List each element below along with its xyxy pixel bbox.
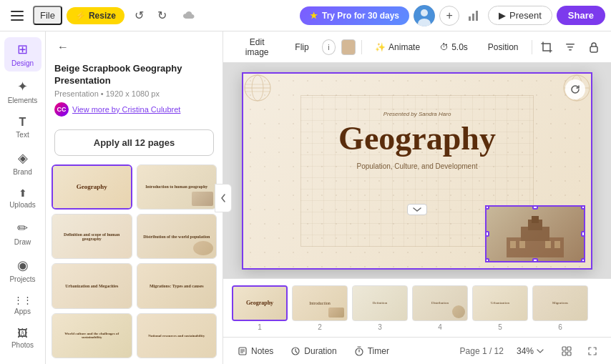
toolbar-divider-2 [532,40,532,54]
sidebar-item-draw[interactable]: ✏ Draw [4,216,41,250]
add-collaborator-button[interactable]: + [439,6,459,26]
fullscreen-button[interactable] [582,341,602,361]
selected-image-element[interactable] [485,205,585,262]
sidebar-item-text[interactable]: T Text [4,112,41,143]
try-pro-button[interactable]: ★ Try Pro for 30 days [300,6,409,25]
panel-back-button[interactable]: ← [54,39,72,56]
selection-handle-br[interactable] [581,258,585,262]
filmstrip-thumb-1[interactable]: Geography [232,285,288,321]
sidebar-item-projects[interactable]: ◉ Projects [4,253,41,287]
filmstrip: Geography 1 Introduction 2 Definition 3 [223,278,611,337]
brand-icon: ◈ [18,150,28,166]
status-bar: Notes Duration Timer Page 1 / 12 [223,337,611,364]
lock-button[interactable] [585,37,602,57]
redo-button[interactable]: ↻ [152,5,173,26]
panel-container: ← Beige Scrapbook Geography Presentation… [46,31,223,364]
filmstrip-item-2[interactable]: Introduction 2 [292,285,348,331]
svg-rect-23 [519,241,525,248]
filmstrip-thumb-4[interactable]: Distribution [412,285,468,321]
author-link[interactable]: View more by Cristina Culubret [72,105,180,114]
sidebar-item-design[interactable]: ⊞ Design [4,37,41,72]
panel-collapse-button[interactable] [407,204,427,215]
crop-button[interactable] [537,37,555,57]
sidebar-item-uploads[interactable]: ⬆ Uploads [4,183,41,213]
filmstrip-item-4[interactable]: Distribution 4 [412,285,468,331]
template-title: Beige Scrapbook Geography Presentation [54,63,214,87]
grid-view-button[interactable] [557,341,577,361]
filmstrip-thumb-6[interactable]: Migrations [532,285,588,321]
menu-button[interactable] [6,4,29,27]
file-button[interactable]: File [33,6,62,25]
template-thumb-7[interactable]: World culture and the challenges of sust… [52,313,132,358]
template-thumb-1[interactable]: Geography [52,164,132,210]
timer-button[interactable]: Timer [348,343,395,359]
resize-button[interactable]: ⚡ Resize [67,7,124,24]
panel-hide-button[interactable] [215,184,232,212]
canvas-viewport: 🗑 ⋯ [223,63,611,278]
notes-icon [238,346,248,356]
selection-handle-t[interactable] [532,205,538,210]
analytics-icon [467,9,480,22]
canvas-refresh-button[interactable] [565,79,585,99]
flip-button[interactable]: Flip [288,39,316,56]
filmstrip-item-6[interactable]: Migrations 6 [532,285,588,331]
svg-rect-33 [567,347,571,350]
duration-button[interactable]: Duration [285,343,342,359]
animate-button[interactable]: ✨ Animate [368,39,427,56]
notes-button[interactable]: Notes [232,343,279,359]
filmstrip-thumb-3[interactable]: Definition [352,285,408,321]
toolbar-divider-1 [361,40,362,54]
filmstrip-thumb-5[interactable]: Urbanization [472,285,528,321]
apply-all-button[interactable]: Apply all 12 pages [54,129,214,156]
template-thumb-5[interactable]: Urbanization and Megacities [52,263,132,308]
selection-handle-bl[interactable] [485,258,489,262]
template-thumb-6[interactable]: Migrations: Types and causes [137,263,217,308]
panel-content: Geography Introduction to human geograph… [46,162,223,364]
filter-button[interactable] [561,37,579,57]
sidebar-item-photos[interactable]: 🖼 Photos [4,323,41,353]
cloud-save-button[interactable] [177,5,199,26]
template-thumb-4[interactable]: Distribution of the world population [137,214,217,259]
canvas-slide[interactable]: 🗑 ⋯ [242,72,592,270]
chevron-down-icon [413,207,421,212]
user-avatar[interactable] [414,5,435,26]
info-button[interactable]: i [322,39,336,55]
selection-handle-tr[interactable] [581,205,585,210]
sidebar-item-brand[interactable]: ◈ Brand [4,146,41,180]
fullscreen-icon [587,346,597,356]
lock-icon [589,41,599,53]
slide-main-title: Geography [243,122,591,155]
position-button[interactable]: Position [481,39,526,56]
star-icon: ★ [310,11,318,21]
present-button[interactable]: ▶ Present [488,6,552,25]
undo-button[interactable]: ↺ [129,5,150,26]
filmstrip-item-5[interactable]: Urbanization 5 [472,285,528,331]
sidebar-item-elements[interactable]: ✦ Elements [4,74,41,109]
analytics-button[interactable] [464,6,484,26]
page-info: Page 1 / 12 [460,346,504,356]
svg-rect-4 [472,14,474,21]
play-icon: ▶ [499,10,506,21]
slide-presented-by: Presented by Sandra Haro [243,111,591,117]
selection-handle-b[interactable] [532,258,538,262]
grid-icon [561,345,572,357]
template-thumb-3[interactable]: Definition and scope of human geography [52,214,132,259]
template-thumb-2[interactable]: Introduction to human geography [137,164,217,210]
share-button[interactable]: Share [557,6,605,25]
edit-image-button[interactable]: Edit image [232,34,282,61]
filmstrip-item-3[interactable]: Definition 3 [352,285,408,331]
sidebar-item-apps[interactable]: ⋮⋮ Apps [4,290,41,320]
timer-icon [354,346,364,356]
filmstrip-item-1[interactable]: Geography 1 [232,285,288,331]
color-swatch[interactable] [341,39,356,55]
zoom-level-button[interactable]: 34% [509,343,551,359]
svg-rect-35 [567,352,571,355]
selection-handle-tl[interactable] [485,205,489,210]
template-thumb-8[interactable]: National resources and sustainability [137,313,217,358]
projects-icon: ◉ [17,257,29,273]
filmstrip-thumb-2[interactable]: Introduction [292,285,348,321]
selection-handle-r[interactable] [581,231,585,237]
selection-handle-l[interactable] [485,231,489,237]
duration-button[interactable]: ⏱ 5.0s [433,39,475,56]
chevron-down-icon [537,348,544,354]
